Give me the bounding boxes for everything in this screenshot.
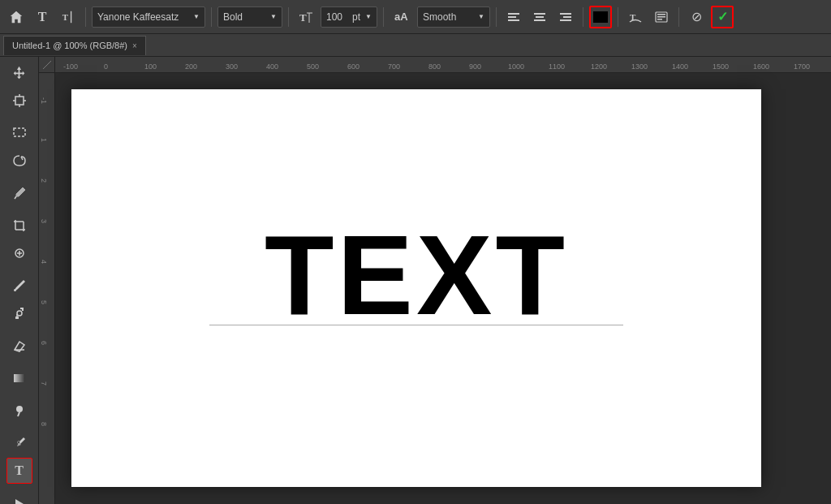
crop-tool-button[interactable] — [6, 213, 32, 239]
svg-point-42 — [17, 442, 19, 444]
font-size-value: 100 — [326, 11, 349, 23]
brush-tool-button[interactable] — [6, 273, 32, 299]
svg-text:T: T — [62, 11, 69, 21]
font-size-icon: T — [295, 6, 317, 28]
sep5 — [496, 7, 497, 27]
chevron-down-icon4: ▼ — [478, 13, 484, 20]
svg-rect-13 — [560, 19, 571, 21]
lasso-tool-button[interactable] — [6, 148, 32, 174]
chevron-down-icon3: ▼ — [365, 13, 372, 20]
font-style-dropdown[interactable]: Bold ▼ — [217, 6, 282, 28]
font-style-label: Bold — [223, 11, 267, 23]
marquee-tool-button[interactable] — [6, 120, 32, 146]
tab-close-button[interactable]: × — [132, 41, 137, 50]
font-name-label: Yanone Kaffeesatz — [97, 11, 190, 23]
svg-point-36 — [17, 311, 22, 316]
align-right-button[interactable] — [554, 6, 577, 28]
text-tool-top[interactable]: T — [31, 6, 54, 28]
chevron-down-icon2: ▼ — [270, 13, 277, 20]
ruler-corner — [39, 57, 55, 73]
path-selection-button[interactable] — [6, 490, 32, 504]
svg-rect-5 — [508, 13, 519, 15]
text-color-swatch — [593, 11, 608, 23]
sep2 — [211, 7, 212, 27]
svg-rect-10 — [534, 19, 545, 21]
text-orient-button[interactable]: T — [57, 6, 80, 28]
document-tab[interactable]: Untitled-1 @ 100% (RGB/8#) × — [3, 36, 146, 55]
svg-rect-16 — [657, 14, 665, 15]
main-area: T — [0, 57, 831, 504]
svg-text:T: T — [299, 11, 307, 24]
ruler-left: -1 1 2 3 4 5 6 7 8 — [39, 73, 55, 504]
font-size-dropdown[interactable]: 100 pt ▼ — [321, 6, 377, 28]
svg-rect-39 — [14, 374, 25, 382]
text-tool-icon: T — [15, 463, 24, 478]
align-center-button[interactable] — [528, 6, 551, 28]
dodge-tool-button[interactable] — [6, 398, 32, 424]
eyedropper-tool-button[interactable] — [6, 180, 32, 206]
text-color-button[interactable] — [589, 6, 612, 28]
svg-rect-11 — [560, 13, 571, 15]
clone-stamp-button[interactable] — [6, 300, 32, 326]
text-tool-button[interactable]: T — [6, 458, 32, 484]
sep8 — [678, 7, 679, 27]
sep3 — [288, 7, 289, 27]
svg-rect-20 — [15, 97, 24, 105]
svg-marker-19 — [13, 67, 24, 79]
gradient-tool-button[interactable] — [6, 365, 32, 391]
svg-point-35 — [14, 289, 16, 291]
character-panel-button[interactable] — [650, 6, 673, 28]
svg-rect-12 — [563, 16, 571, 18]
chevron-down-icon: ▼ — [193, 13, 200, 20]
svg-rect-8 — [534, 13, 545, 15]
text-baseline — [209, 325, 623, 325]
antialias-label: Smooth — [423, 11, 475, 23]
artboard-tool-button[interactable] — [6, 88, 32, 114]
antialias-dropdown[interactable]: Smooth ▼ — [417, 6, 490, 28]
sep4 — [383, 7, 384, 27]
confirm-button[interactable]: ✓ — [711, 6, 734, 28]
font-size-unit: pt — [352, 11, 360, 23]
svg-rect-7 — [508, 19, 519, 21]
tab-bar: Untitled-1 @ 100% (RGB/8#) × — [0, 34, 831, 57]
svg-rect-6 — [508, 16, 516, 18]
font-name-dropdown[interactable]: Yanone Kaffeesatz ▼ — [92, 6, 205, 28]
svg-line-48 — [43, 61, 51, 69]
svg-rect-17 — [657, 16, 665, 18]
move-tool-button[interactable] — [6, 60, 32, 86]
svg-rect-9 — [536, 16, 544, 18]
ruler-top: -100 0 100 200 300 400 500 600 700 800 9… — [55, 57, 831, 73]
home-button[interactable] — [5, 6, 28, 28]
pen-tool-button[interactable] — [6, 430, 32, 456]
sep6 — [583, 7, 583, 27]
svg-rect-18 — [657, 19, 662, 20]
cancel-button[interactable]: ⊘ — [685, 6, 708, 28]
tab-label: Untitled-1 @ 100% (RGB/8#) — [12, 41, 127, 50]
sep7 — [618, 7, 618, 27]
svg-line-41 — [18, 412, 19, 416]
canvas-text[interactable]: TEXT — [265, 209, 568, 341]
document-canvas[interactable]: TEXT — [71, 89, 761, 487]
left-toolbar: T — [0, 57, 39, 504]
svg-line-27 — [15, 196, 16, 199]
align-left-button[interactable] — [502, 6, 525, 28]
warp-text-button[interactable]: T — [624, 6, 647, 28]
top-toolbar: T T Yanone Kaffeesatz ▼ Bold ▼ T 100 pt … — [0, 0, 831, 34]
canvas-area[interactable]: -100 0 100 200 300 400 500 600 700 800 9… — [39, 57, 831, 504]
svg-point-40 — [16, 406, 23, 412]
aa-label: aA — [390, 6, 414, 28]
heal-tool-button[interactable] — [6, 240, 32, 266]
svg-rect-25 — [14, 128, 25, 136]
sep1 — [85, 7, 86, 27]
eraser-tool-button[interactable] — [6, 333, 32, 359]
